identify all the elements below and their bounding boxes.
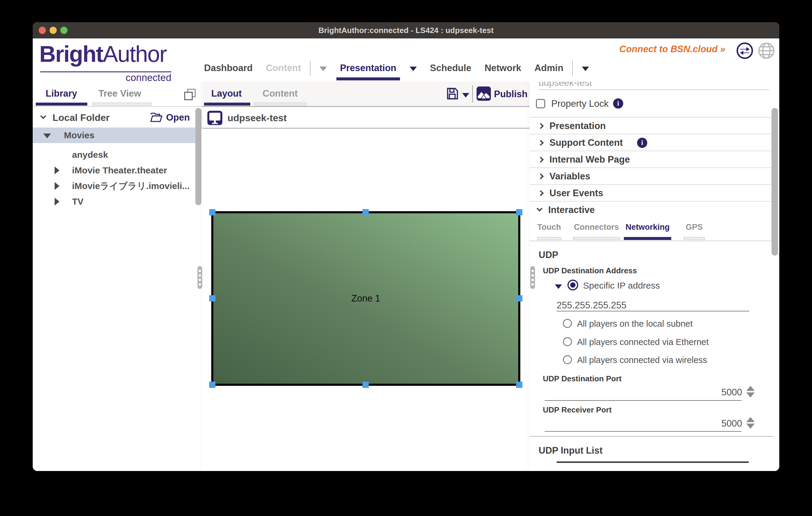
detach-panel-icon[interactable]: [184, 89, 196, 101]
library-panel-tabs: Library Tree View: [33, 82, 202, 107]
ip-address-input[interactable]: 255.255.255.255: [557, 300, 627, 311]
app-header: BrightAuthor connected Dashboard Content…: [33, 38, 779, 82]
left-splitter-handle[interactable]: [197, 265, 203, 290]
nav-admin[interactable]: Admin: [534, 60, 563, 76]
section-label: Internal Web Page: [549, 151, 630, 168]
udp-receiver-port-input[interactable]: 5000: [698, 418, 742, 429]
radio-ethernet[interactable]: [563, 337, 572, 346]
receiver-port-stepper[interactable]: [746, 417, 755, 429]
section-label: Variables: [549, 168, 590, 185]
section-internal-web-page[interactable]: Internal Web Page: [530, 151, 773, 168]
properties-scrollbar[interactable]: [772, 108, 778, 255]
collapse-caret-icon[interactable]: [555, 284, 562, 289]
publish-icon[interactable]: [476, 86, 492, 101]
right-splitter-handle[interactable]: [529, 265, 536, 290]
chevron-right-icon: [538, 140, 544, 146]
property-lock-checkbox[interactable]: [536, 99, 545, 108]
resize-handle-n[interactable]: [362, 209, 369, 215]
section-presentation[interactable]: Presentation: [530, 118, 773, 134]
expanded-arrow-icon[interactable]: [43, 133, 51, 138]
section-support-content[interactable]: Support Content i: [530, 134, 773, 151]
nav-presentation-caret-icon[interactable]: [410, 67, 417, 71]
tree-row-tv[interactable]: TV: [33, 194, 196, 209]
resize-handle-nw[interactable]: [209, 209, 215, 215]
resize-handle-e[interactable]: [516, 295, 522, 302]
presentation-name: udpseek-test: [228, 108, 287, 128]
resize-handle-sw[interactable]: [209, 382, 215, 388]
section-interactive[interactable]: Interactive: [530, 202, 773, 219]
app-window: BrightAuthor:connected - LS424 : udpseek…: [33, 22, 779, 471]
tab-content[interactable]: Content: [263, 88, 298, 99]
tab-touch[interactable]: Touch: [537, 222, 561, 241]
tab-layout[interactable]: Layout: [211, 88, 242, 99]
section-variables[interactable]: Variables: [530, 168, 773, 185]
tree-row-anydesk[interactable]: anydesk: [33, 147, 196, 162]
specific-ip-label: Specific IP address: [583, 281, 660, 291]
nav-content[interactable]: Content: [266, 60, 301, 76]
support-content-info-icon[interactable]: i: [637, 138, 647, 148]
save-icon[interactable]: [445, 86, 459, 101]
section-label: User Events: [549, 185, 603, 202]
tree-row-movies[interactable]: Movies: [33, 127, 196, 143]
nav-divider: [572, 61, 573, 75]
tab-label: Networking: [625, 222, 669, 232]
library-scrollbar[interactable]: [195, 108, 201, 205]
resize-handle-se[interactable]: [516, 382, 522, 388]
window-title: BrightAuthor:connected - LS424 : udpseek…: [33, 22, 779, 38]
destination-port-stepper[interactable]: [746, 386, 755, 397]
chevron-right-icon: [538, 157, 544, 162]
nav-network[interactable]: Network: [485, 60, 521, 76]
radio-local-subnet[interactable]: [563, 319, 572, 328]
udp-destination-port-label: UDP Destination Port: [543, 374, 621, 384]
toolbar-divider: [472, 85, 473, 102]
tab-library[interactable]: Library: [46, 88, 77, 99]
zone-1[interactable]: Zone 1: [211, 211, 520, 386]
connect-bsn-cloud-link[interactable]: Connect to BSN.cloud »: [619, 44, 727, 55]
nav-dashboard[interactable]: Dashboard: [204, 60, 253, 76]
globe-icon[interactable]: [758, 42, 775, 59]
radio-specific-ip[interactable]: [568, 280, 578, 291]
tab-networking[interactable]: Networking: [624, 222, 671, 241]
nav-presentation-label: Presentation: [340, 63, 397, 73]
publish-button[interactable]: Publish: [494, 82, 527, 107]
properties-panel: udpseek-test Property Lock i Presentatio…: [530, 82, 779, 471]
property-lock-info-icon[interactable]: i: [613, 98, 623, 109]
tab-tree-view[interactable]: Tree View: [98, 88, 141, 99]
section-label: Presentation: [549, 118, 606, 134]
section-label: Support Content: [549, 134, 623, 151]
collapsed-arrow-icon[interactable]: [55, 182, 59, 190]
tab-connectors[interactable]: Connectors: [573, 222, 620, 241]
tab-underline: [573, 237, 620, 240]
resize-handle-w[interactable]: [209, 295, 215, 302]
nav-content-caret-icon[interactable]: [320, 67, 327, 71]
library-panel: Library Tree View Local Folder Open: [33, 82, 202, 471]
nav-admin-caret-icon[interactable]: [582, 67, 589, 71]
resize-handle-ne[interactable]: [516, 209, 522, 215]
ip-input-underline: [557, 311, 749, 311]
tab-underline: [624, 237, 671, 240]
radio-wireless[interactable]: [563, 355, 572, 364]
section-user-events[interactable]: User Events: [530, 185, 773, 202]
layout-canvas[interactable]: Zone 1: [202, 129, 530, 471]
chevron-down-icon[interactable]: [40, 113, 46, 119]
udp-destination-port-input[interactable]: 5000: [698, 387, 742, 398]
tab-layout-underline: [204, 102, 250, 105]
nav-schedule[interactable]: Schedule: [430, 60, 471, 76]
nav-presentation[interactable]: Presentation: [340, 60, 397, 76]
tab-gps[interactable]: GPS: [684, 222, 705, 241]
tab-tree-view-underline: [92, 102, 151, 105]
tree-row-imovie-theater[interactable]: iMovie Theater.theater: [33, 162, 196, 178]
transfer-icon[interactable]: [736, 42, 753, 59]
tree-item-label: iMovieライブラリ.imovieli...: [72, 178, 190, 194]
window-titlebar: BrightAuthor:connected - LS424 : udpseek…: [33, 22, 779, 38]
save-options-caret-icon[interactable]: [462, 93, 469, 97]
presentation-name-field[interactable]: udpseek-test: [539, 82, 592, 88]
open-folder-button[interactable]: Open: [150, 111, 188, 127]
udp-receiver-port-label: UDP Receiver Port: [543, 405, 612, 415]
tree-row-imovie-library[interactable]: iMovieライブラリ.imovieli...: [33, 178, 196, 194]
collapsed-arrow-icon[interactable]: [55, 166, 59, 174]
divider: [530, 436, 773, 437]
section-label: Interactive: [548, 202, 595, 218]
collapsed-arrow-icon[interactable]: [55, 198, 59, 206]
resize-handle-s[interactable]: [362, 382, 369, 388]
